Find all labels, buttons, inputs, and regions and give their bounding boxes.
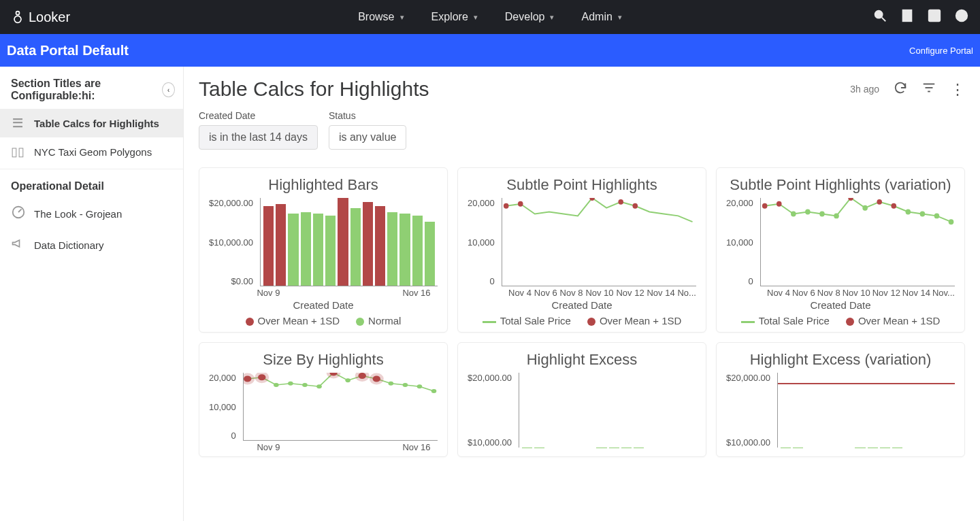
portal-title: Data Portal Default (7, 43, 129, 58)
svg-point-20 (791, 211, 796, 216)
sidebar-item-label: NYC Taxi Geom Polygons (34, 146, 152, 158)
filter-icon[interactable] (921, 80, 936, 98)
svg-point-1 (14, 16, 21, 22)
legend-line-total (741, 321, 755, 323)
legend-item-normal: Normal (356, 315, 401, 326)
svg-point-38 (302, 383, 308, 387)
chart-plot (777, 373, 955, 448)
y-tick: 20,000 (468, 198, 495, 208)
y-tick: $20,000.00 (209, 198, 253, 208)
legend: Over Mean + 1SD Normal (209, 311, 438, 328)
help-icon[interactable] (927, 8, 942, 26)
top-nav: Looker Browse▾ Explore▾ Develop▾ Admin▾ (0, 0, 980, 34)
tile-title: Highlight Excess (variation) (726, 351, 955, 369)
x-axis-labels: Nov 9 Nov 16 (209, 286, 438, 298)
svg-point-29 (919, 211, 925, 216)
sidebar-item-nyc-taxi[interactable]: ▯▯ NYC Taxi Geom Polygons (0, 137, 183, 166)
search-icon[interactable] (872, 8, 887, 26)
megaphone-icon (11, 237, 24, 254)
refresh-icon[interactable] (893, 80, 908, 98)
x-axis-labels: Nov 4Nov 6Nov 8Nov 10Nov 12Nov 14Nov... (726, 286, 955, 298)
tile-title: Size By Highlights (209, 351, 438, 369)
nav-develop-label: Develop (505, 11, 545, 23)
legend-label: Over Mean + 1SD (600, 315, 681, 326)
sidebar-item-the-look[interactable]: The Look - Grojean (0, 198, 183, 230)
x-axis-title: Created Date (726, 299, 955, 311)
tile-highlight-excess[interactable]: Highlight Excess $20,000.00 $10,000.00 (457, 342, 706, 457)
chevron-down-icon: ▾ (618, 13, 622, 22)
sidebar-section-2-title: Operational Detail (0, 169, 183, 198)
filter-value-status[interactable]: is any value (329, 125, 407, 150)
legend-label: Total Sale Price (759, 315, 830, 326)
tile-size-by-highlights[interactable]: Size By Highlights 20,000 10,000 0 Nov 9… (199, 342, 448, 457)
svg-point-17 (632, 203, 638, 209)
last-refresh-text: 3h ago (850, 84, 879, 95)
x-tick: Nov... (932, 288, 955, 298)
chart-plot (519, 373, 696, 448)
filter-status: Status is any value (329, 110, 407, 150)
filter-label: Status (329, 110, 407, 121)
nav-admin-label: Admin (581, 11, 612, 23)
legend-swatch-normal (356, 318, 364, 326)
x-tick: Nov 14 (647, 288, 674, 298)
chevron-down-icon: ▾ (400, 13, 404, 22)
filter-value-created-date[interactable]: is in the last 14 days (199, 125, 318, 150)
legend-item-over: Over Mean + 1SD (587, 315, 681, 326)
legend-label: Over Mean + 1SD (258, 315, 340, 326)
legend-item-total: Total Sale Price (741, 315, 830, 326)
y-tick: $10,000.00 (726, 437, 770, 448)
y-tick: $20,000.00 (468, 373, 512, 383)
page-header: Table Calcs for Highlights 3h ago ⋮ (199, 78, 965, 101)
y-tick: 0 (490, 276, 495, 286)
legend-label: Total Sale Price (500, 315, 571, 326)
legend-swatch-over (246, 318, 254, 326)
y-axis-labels: $20,000.00 $10,000.00 (468, 373, 516, 448)
brand-logo[interactable]: Looker (11, 10, 70, 25)
collapse-sidebar-icon[interactable]: ‹ (162, 82, 175, 97)
y-tick: 10,000 (726, 237, 753, 248)
x-axis-title: Created Date (468, 299, 696, 311)
more-menu-icon[interactable]: ⋮ (950, 86, 965, 93)
sidebar-item-data-dictionary[interactable]: Data Dictionary (0, 230, 183, 260)
x-tick: Nov 12 (872, 288, 900, 298)
x-tick: Nov 12 (616, 288, 644, 298)
tile-subtle-points[interactable]: Subtle Point Highlights 20,000 10,000 0 … (457, 167, 706, 333)
tile-highlight-excess-variation[interactable]: Highlight Excess (variation) $20,000.00 … (716, 342, 965, 457)
nav-explore[interactable]: Explore▾ (431, 11, 478, 23)
x-tick: Nov 9 (257, 442, 280, 452)
x-axis-labels: Nov 4Nov 6Nov 8Nov 10Nov 12Nov 14No... (468, 286, 696, 298)
svg-point-16 (618, 199, 623, 205)
svg-point-37 (288, 382, 293, 386)
svg-point-30 (934, 213, 939, 218)
y-tick: $10,000.00 (209, 237, 253, 248)
x-tick: No... (677, 288, 696, 298)
nav-admin[interactable]: Admin▾ (581, 11, 621, 23)
svg-point-23 (834, 213, 839, 218)
svg-point-2 (875, 11, 883, 18)
chart-plot (760, 198, 955, 286)
x-tick: Nov 14 (902, 288, 930, 298)
sidebar-item-table-calcs[interactable]: ☰ Table Calcs for Highlights (0, 109, 183, 137)
legend-swatch-over (846, 318, 854, 326)
nav-menu: Browse▾ Explore▾ Develop▾ Admin▾ (358, 11, 622, 23)
tile-subtle-points-variation[interactable]: Subtle Point Highlights (variation) 20,0… (716, 167, 965, 333)
svg-point-13 (504, 203, 509, 209)
brand-text: Looker (29, 10, 70, 25)
tile-title: Subtle Point Highlights (468, 176, 696, 194)
configure-portal-link[interactable]: Configure Portal (909, 46, 973, 56)
map-icon: ▯▯ (11, 144, 24, 159)
y-tick: $20,000.00 (726, 373, 770, 383)
nav-browse-label: Browse (358, 11, 394, 23)
svg-point-44 (358, 373, 365, 379)
tile-highlighted-bars[interactable]: Highlighted Bars $20,000.00 $10,000.00 $… (199, 167, 448, 333)
nav-develop[interactable]: Develop▾ (505, 11, 555, 23)
looker-icon (11, 10, 24, 24)
bookmark-icon[interactable] (900, 8, 915, 26)
x-tick: Nov 8 (817, 288, 840, 298)
y-tick: $10,000.00 (468, 437, 512, 448)
svg-point-22 (819, 211, 825, 216)
account-icon[interactable] (954, 8, 969, 26)
portal-bar: Data Portal Default Configure Portal (0, 34, 980, 67)
nav-browse[interactable]: Browse▾ (358, 11, 404, 23)
nav-explore-label: Explore (431, 11, 468, 23)
